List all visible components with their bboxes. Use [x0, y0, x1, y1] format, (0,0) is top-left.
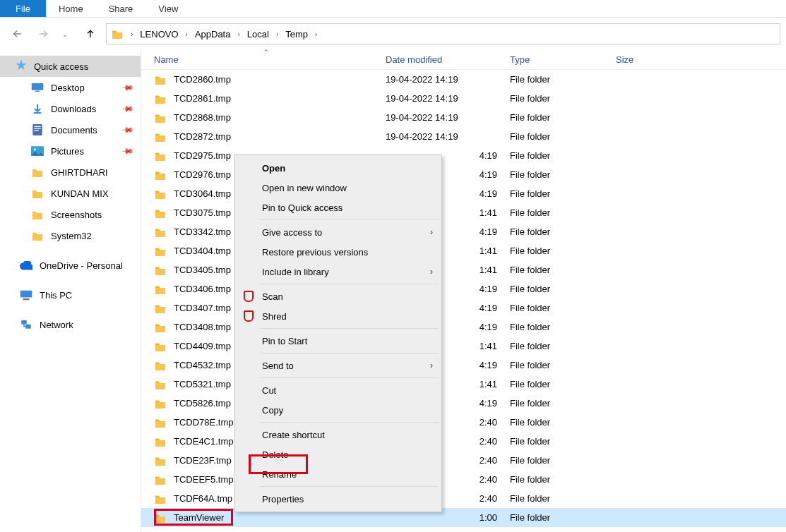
pin-icon: 📌 — [120, 144, 133, 157]
chevron-right-icon[interactable]: › — [272, 30, 282, 38]
chevron-right-icon: › — [430, 361, 433, 370]
sidebar-system32[interactable]: System32 — [0, 225, 141, 246]
ctx-separator — [261, 486, 439, 487]
svg-rect-11 — [25, 324, 31, 328]
ctx-separator — [261, 377, 439, 378]
ctx-open-new-window[interactable]: Open in new window — [237, 178, 440, 198]
ctx-cut[interactable]: Cut — [237, 380, 440, 400]
chevron-right-icon[interactable]: › — [311, 30, 321, 38]
file-type: File folder — [510, 207, 616, 218]
file-list-pane: Name⌃ Date modified Type Size TCD2860.tm… — [141, 50, 786, 532]
ribbon-tabs: File Home Share View — [0, 0, 786, 18]
ctx-delete[interactable]: Delete — [237, 445, 440, 464]
sidebar-item-label: Pictures — [51, 146, 84, 157]
ctx-copy[interactable]: Copy — [237, 400, 440, 420]
sidebar-this-pc[interactable]: This PC — [0, 284, 141, 306]
sidebar-quick-access[interactable]: Quick access — [0, 56, 141, 77]
ctx-create-shortcut[interactable]: Create shortcut — [237, 425, 440, 445]
file-type: File folder — [510, 150, 616, 161]
folder-icon — [154, 284, 167, 294]
sidebar-item-label: Quick access — [34, 61, 88, 72]
address-bar[interactable]: › LENOVO › AppData › Local › Temp › — [106, 23, 780, 44]
file-name: TCD3407.tmp — [174, 303, 231, 313]
ctx-properties[interactable]: Properties — [237, 489, 440, 509]
ctx-separator — [261, 284, 439, 284]
file-row[interactable]: TCD2872.tmp19-04-2022 14:19File folder — [141, 127, 786, 146]
chevron-right-icon[interactable]: › — [126, 30, 137, 38]
breadcrumb-temp[interactable]: Temp — [284, 28, 309, 41]
folder-icon — [154, 208, 167, 218]
ctx-pin-quick-access[interactable]: Pin to Quick access — [237, 198, 440, 217]
nav-back-icon[interactable] — [11, 28, 24, 40]
breadcrumb-local[interactable]: Local — [246, 28, 270, 41]
file-date: 19-04-2022 14:19 — [386, 112, 510, 123]
file-name: TCDE23F.tmp — [174, 455, 232, 466]
ctx-send-to[interactable]: Send to› — [237, 356, 440, 375]
sidebar-item-label: Desktop — [51, 83, 85, 93]
breadcrumb-appdata[interactable]: AppData — [193, 28, 232, 41]
sidebar-network[interactable]: Network — [0, 314, 141, 335]
sidebar-documents[interactable]: Documents 📌 — [0, 119, 141, 140]
file-name: TCD2976.tmp — [174, 169, 231, 180]
sidebar-item-label: Screenshots — [51, 210, 102, 220]
sidebar-kundan-mix[interactable]: KUNDAN MIX — [0, 183, 141, 204]
chevron-right-icon[interactable]: › — [181, 30, 192, 38]
ctx-include-library[interactable]: Include in library› — [237, 262, 440, 282]
chevron-right-icon: › — [430, 227, 433, 237]
column-date[interactable]: Date modified — [386, 54, 510, 65]
ctx-open[interactable]: Open — [237, 158, 440, 178]
file-date: 19-04-2022 14:19 — [386, 93, 510, 104]
ctx-separator — [261, 422, 439, 423]
breadcrumb-lenovo[interactable]: LENOVO — [138, 28, 179, 41]
sidebar-ghirtdhari[interactable]: GHIRTDHARI — [0, 162, 141, 183]
folder-icon — [154, 75, 167, 85]
nav-up-icon[interactable] — [85, 28, 96, 40]
folder-icon — [31, 231, 44, 241]
file-row[interactable]: TCD2868.tmp19-04-2022 14:19File folder — [141, 108, 786, 127]
folder-icon — [154, 361, 167, 370]
file-row[interactable]: TCD2860.tmp19-04-2022 14:19File folder — [141, 70, 786, 89]
folder-icon — [154, 151, 167, 161]
sidebar-screenshots[interactable]: Screenshots — [0, 204, 141, 225]
file-name: TCDE4C1.tmp — [174, 436, 234, 447]
column-size[interactable]: Size — [616, 54, 686, 65]
ribbon-home[interactable]: Home — [46, 0, 96, 17]
ribbon-view[interactable]: View — [145, 0, 191, 17]
file-name: TCD3064.tmp — [174, 188, 231, 199]
ctx-scan[interactable]: Scan — [237, 286, 440, 306]
file-type: File folder — [510, 265, 616, 275]
svg-rect-4 — [34, 128, 40, 128]
sidebar-item-label: GHIRTDHARI — [51, 167, 108, 178]
ribbon-share[interactable]: Share — [96, 0, 146, 17]
file-type: File folder — [510, 74, 616, 85]
file-name: TCDF64A.tmp — [174, 493, 232, 504]
file-name: TCD3404.tmp — [174, 246, 231, 256]
nav-recent-icon[interactable]: ⌄ — [62, 30, 68, 38]
sidebar-onedrive[interactable]: OneDrive - Personal — [0, 255, 141, 276]
sidebar-downloads[interactable]: Downloads 📌 — [0, 98, 141, 119]
file-row[interactable]: TCD2861.tmp19-04-2022 14:19File folder — [141, 89, 786, 108]
ctx-pin-start[interactable]: Pin to Start — [237, 331, 440, 351]
sidebar-desktop[interactable]: Desktop 📌 — [0, 77, 141, 98]
shield-icon — [242, 290, 255, 303]
folder-icon — [154, 113, 167, 123]
sidebar-item-label: Downloads — [51, 104, 96, 114]
ctx-shred[interactable]: Shred — [237, 306, 440, 326]
file-name: TCD3405.tmp — [174, 265, 231, 275]
folder-icon — [154, 456, 167, 466]
ctx-restore-versions[interactable]: Restore previous versions — [237, 242, 440, 262]
sidebar-item-label: KUNDAN MIX — [51, 188, 109, 199]
ribbon-file[interactable]: File — [0, 0, 46, 17]
ctx-rename[interactable]: Rename — [237, 464, 440, 484]
ctx-give-access[interactable]: Give access to› — [237, 222, 440, 242]
desktop-icon — [31, 83, 44, 92]
chevron-right-icon[interactable]: › — [233, 30, 244, 38]
file-name: TCD2868.tmp — [174, 112, 231, 123]
column-name[interactable]: Name⌃ — [154, 54, 386, 65]
file-name: TeamViewer — [174, 512, 224, 523]
sidebar-pictures[interactable]: Pictures 📌 — [0, 140, 141, 162]
nav-forward-icon[interactable] — [37, 28, 49, 40]
sidebar-item-label: Documents — [51, 125, 97, 135]
folder-icon — [154, 380, 167, 389]
column-type[interactable]: Type — [510, 54, 616, 65]
